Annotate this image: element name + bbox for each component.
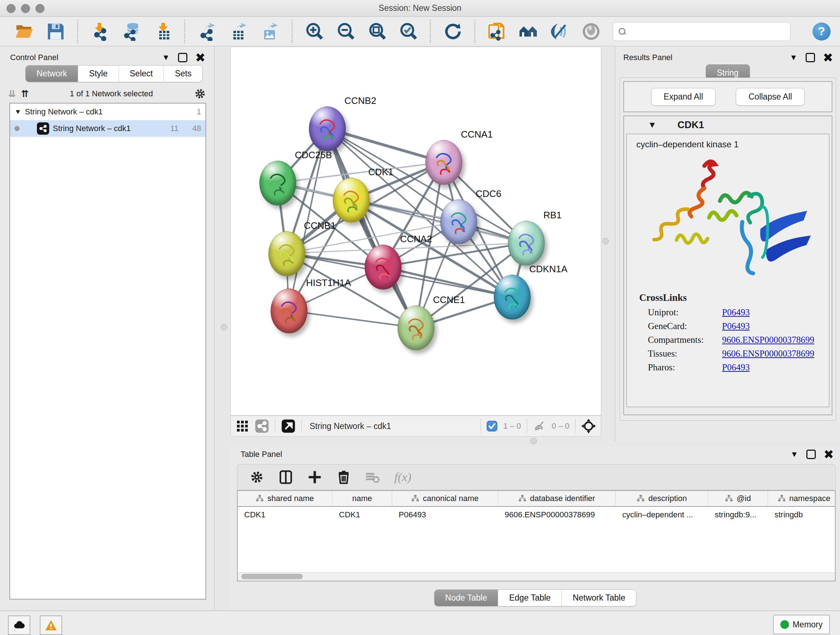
node-HIST1H1A[interactable] — [271, 288, 308, 333]
export-network-icon[interactable] — [197, 21, 217, 42]
string-view-icon[interactable] — [255, 419, 269, 433]
add-column-icon[interactable] — [308, 470, 322, 485]
zoom-selected-icon[interactable] — [399, 21, 418, 42]
close-panel-icon[interactable]: ✖ — [195, 51, 206, 64]
tab-sets[interactable]: Sets — [164, 65, 202, 82]
collapse-all-icon[interactable]: ⇊ — [8, 89, 16, 98]
expand-all-button[interactable]: Expand All — [651, 88, 716, 106]
tab-style[interactable]: Style — [78, 65, 118, 82]
right-splitter-handle[interactable] — [602, 238, 609, 244]
gene-entry-header[interactable]: ▼ CDK1 — [624, 116, 832, 134]
zoom-fit-icon[interactable] — [367, 21, 387, 42]
node-CDKN1A[interactable] — [494, 275, 531, 320]
horizontal-splitter-handle[interactable] — [531, 438, 537, 444]
tab-network-table[interactable]: Network Table — [562, 590, 636, 606]
table-cell[interactable]: P06493 — [392, 507, 498, 523]
crosslink-link[interactable]: P06493 — [722, 321, 750, 331]
table-options-gear-icon[interactable] — [249, 470, 264, 485]
toolbar-search[interactable] — [613, 22, 790, 41]
edge-HIST1H1A-CCNE1[interactable] — [289, 310, 416, 328]
tab-select[interactable]: Select — [119, 65, 164, 82]
maximize-panel-icon[interactable] — [178, 53, 187, 62]
delete-column-trash-icon[interactable] — [336, 470, 351, 485]
column-header-description[interactable]: description — [616, 491, 708, 506]
fit-selected-crosshair-icon[interactable] — [581, 419, 596, 433]
home-icon[interactable] — [519, 21, 538, 42]
maximize-panel-icon[interactable] — [806, 450, 816, 459]
column-header-namespace[interactable]: namespace — [768, 491, 836, 506]
network-canvas[interactable]: CCNB2 CCNA1 CDC25B CDK1 CDC6 RB1 CCNB1 — [231, 47, 601, 416]
tab-edge-table[interactable]: Edge Table — [498, 590, 562, 606]
table-cell[interactable]: CDK1 — [332, 507, 392, 523]
open-session-icon[interactable] — [14, 21, 34, 42]
export-table-icon[interactable] — [229, 21, 248, 42]
node-CDK1[interactable] — [333, 178, 370, 223]
search-input[interactable] — [630, 27, 785, 36]
import-database-icon[interactable] — [122, 21, 141, 42]
column-header-name[interactable]: name — [332, 491, 392, 506]
column-header-database-identifier[interactable]: database identifier — [498, 491, 616, 506]
zoom-out-icon[interactable] — [336, 21, 355, 42]
show-selection-icon[interactable] — [581, 21, 601, 42]
hide-selection-icon[interactable] — [550, 21, 569, 42]
show-columns-icon[interactable] — [279, 470, 293, 485]
table-cell[interactable]: cyclin–dependent ... — [616, 507, 708, 523]
hscrollbar-thumb[interactable] — [241, 574, 303, 579]
selected-checkbox-icon[interactable] — [486, 421, 497, 432]
close-panel-icon[interactable]: ✖ — [823, 51, 834, 64]
float-panel-icon[interactable]: ▼ — [790, 450, 798, 458]
cloud-status-button[interactable] — [8, 616, 30, 635]
crosslink-link[interactable]: P06493 — [722, 363, 750, 372]
crosslink-link[interactable]: 9606.ENSP00000378699 — [722, 348, 814, 359]
node-CCNB1[interactable] — [268, 231, 305, 276]
network-options-gear-icon[interactable] — [194, 88, 206, 100]
export-image-icon[interactable] — [260, 21, 279, 42]
delete-table-icon[interactable] — [365, 470, 380, 485]
node-CCNA2[interactable] — [365, 245, 401, 290]
float-panel-icon[interactable]: ▼ — [790, 54, 798, 62]
tab-network[interactable]: Network — [26, 65, 78, 82]
node-CCNB2[interactable] — [309, 106, 346, 151]
birdseye-view-icon[interactable] — [281, 419, 295, 433]
table-cell[interactable]: stringdb:9... — [708, 507, 768, 523]
collection-expand-icon[interactable]: ▼ — [14, 108, 21, 116]
float-panel-icon[interactable]: ▼ — [162, 54, 170, 62]
crosslink-link[interactable]: P06493 — [722, 307, 750, 318]
edge-CCNB2-CCNE1[interactable] — [327, 128, 416, 328]
memory-button[interactable]: Memory — [773, 615, 830, 634]
collapse-all-button[interactable]: Collapse All — [736, 88, 805, 106]
column-header-@id[interactable]: @id — [708, 491, 768, 506]
table-cell[interactable]: stringdb — [768, 507, 836, 523]
left-splitter-handle[interactable] — [221, 324, 227, 331]
table-cell[interactable]: CDK1 — [238, 507, 332, 523]
close-panel-icon[interactable]: ✖ — [824, 448, 834, 461]
column-header-canonical-name[interactable]: canonical name — [392, 491, 498, 506]
collapse-entry-icon[interactable]: ▼ — [648, 120, 657, 130]
tab-node-table[interactable]: Node Table — [434, 590, 499, 606]
function-builder-icon[interactable]: f(x) — [394, 470, 411, 484]
node-RB1[interactable] — [508, 221, 545, 266]
crosslink-link[interactable]: 9606.ENSP00000378699 — [722, 335, 814, 345]
import-network-icon[interactable] — [90, 21, 110, 42]
import-table-icon[interactable] — [153, 21, 172, 42]
string-document-icon[interactable] — [487, 21, 507, 42]
maximize-panel-icon[interactable] — [806, 53, 815, 62]
refresh-icon[interactable] — [443, 21, 462, 42]
expand-all-icon[interactable]: ⇈ — [21, 89, 29, 98]
node-CDC6[interactable] — [440, 200, 477, 244]
node-CCNA1[interactable] — [425, 140, 462, 185]
table-row[interactable]: CDK1CDK1P064939606.ENSP00000378699cyclin… — [238, 507, 835, 523]
table-hscrollbar[interactable] — [238, 572, 835, 581]
column-header-shared-name[interactable]: shared name — [238, 491, 332, 506]
warning-status-button[interactable] — [40, 616, 62, 635]
network-row[interactable]: String Network – cdk1 11 48 — [10, 120, 205, 137]
table-cell[interactable]: 9606.ENSP00000378699 — [498, 507, 616, 523]
node-CDC25B[interactable] — [259, 161, 296, 206]
hidden-eye-icon[interactable] — [533, 420, 546, 432]
zoom-in-icon[interactable] — [305, 21, 324, 42]
network-collection-row[interactable]: ▼ String Network – cdk1 1 — [10, 103, 205, 120]
edge-CCNA2-CDKN1A[interactable] — [383, 267, 512, 297]
save-session-icon[interactable] — [46, 21, 65, 42]
grid-view-icon[interactable] — [236, 420, 249, 432]
node-CCNE1[interactable] — [398, 306, 434, 350]
